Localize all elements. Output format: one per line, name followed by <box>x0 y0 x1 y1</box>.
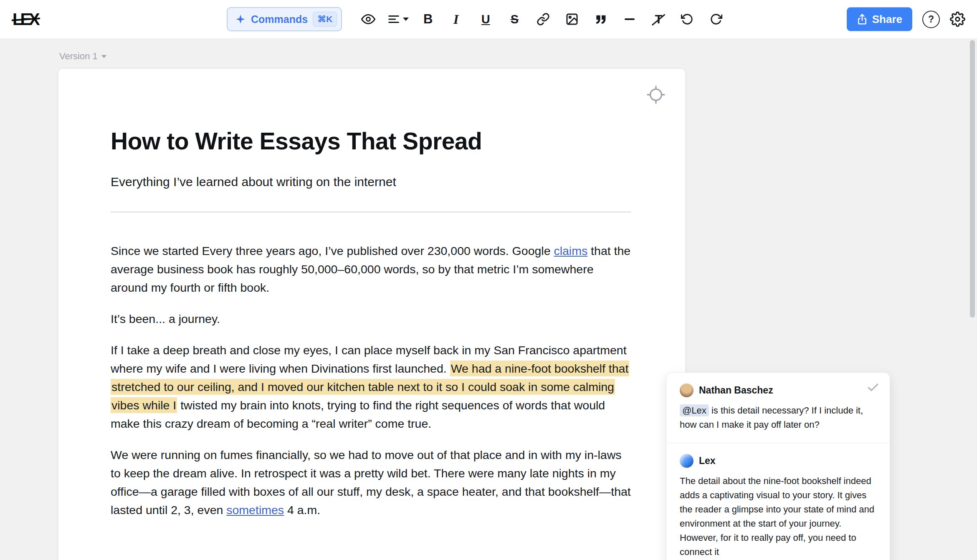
paragraph-3: If I take a deep breath and close my eye… <box>111 341 631 433</box>
clear-formatting-button[interactable]: T <box>649 8 668 30</box>
document-subtitle: Everything I’ve learned about writing on… <box>111 175 631 189</box>
version-selector[interactable]: Version 1 <box>59 51 106 62</box>
paragraph-4: We were running on fumes financially, so… <box>111 446 631 519</box>
text-run: 4 a.m. <box>284 503 320 517</box>
horizontal-rule-button[interactable] <box>620 8 639 30</box>
link-icon <box>537 13 550 26</box>
focus-mode-button[interactable] <box>646 85 666 105</box>
preview-button[interactable] <box>359 8 378 30</box>
link-button[interactable] <box>534 8 553 30</box>
sparkle-icon <box>235 14 246 25</box>
share-icon <box>857 14 868 25</box>
focus-mode-icon <box>646 85 666 104</box>
center-toolbar: Commands ⌘K B I U S <box>227 7 726 31</box>
comment-header: Lex <box>680 454 878 468</box>
commands-label: Commands <box>251 13 308 25</box>
insert-image-button[interactable] <box>562 8 582 30</box>
toolbar: LEX Commands ⌘K B I U S <box>0 0 977 39</box>
comment-author: Lex <box>699 455 716 467</box>
blockquote-button[interactable] <box>591 8 610 30</box>
document-title: How to Write Essays That Spread <box>111 128 631 155</box>
nathan-avatar <box>680 383 694 397</box>
redo-icon <box>710 13 722 25</box>
comment-author: Nathan Baschez <box>699 385 773 396</box>
claims-link[interactable]: claims <box>554 244 587 257</box>
text-run: We were running on fumes financially, so… <box>111 448 631 517</box>
underline-button[interactable]: U <box>476 8 495 30</box>
quote-icon <box>594 13 607 26</box>
document-body: Since we started Every three years ago, … <box>111 242 631 519</box>
resolve-comment-button[interactable] <box>866 381 880 394</box>
chevron-down-icon <box>101 55 106 58</box>
comment-header: Nathan Baschez <box>680 383 878 397</box>
comment-nathan: Nathan Baschez @Lex is this detail neces… <box>666 373 890 443</box>
formatting-toolbar: B I U S <box>359 8 726 30</box>
text-run: twisted my brain into knots, trying to f… <box>111 399 605 430</box>
lex-logo[interactable]: LEX <box>13 10 41 29</box>
eye-icon <box>361 12 375 26</box>
version-label: Version 1 <box>59 51 98 62</box>
document-card[interactable]: How to Write Essays That Spread Everythi… <box>58 68 686 560</box>
check-icon <box>866 381 880 394</box>
paragraph-1: Since we started Every three years ago, … <box>111 242 631 297</box>
redo-button[interactable] <box>706 8 726 30</box>
undo-icon <box>681 13 694 25</box>
share-button[interactable]: Share <box>847 8 912 31</box>
undo-button[interactable] <box>678 8 697 30</box>
horizontal-rule-icon <box>625 18 635 20</box>
chevron-down-icon <box>403 18 409 21</box>
comment-text: @Lex is this detail necessary? If I incl… <box>680 404 878 432</box>
image-icon <box>565 13 579 26</box>
divider <box>111 212 631 212</box>
paragraph-2: It’s been... a journey. <box>111 310 631 328</box>
strikethrough-button[interactable]: S <box>505 8 524 30</box>
bold-button[interactable]: B <box>418 8 438 30</box>
share-label: Share <box>872 13 902 26</box>
italic-button[interactable]: I <box>447 8 466 30</box>
clear-formatting-icon: T <box>651 13 666 26</box>
question-mark-icon: ? <box>928 14 934 25</box>
text-align-button[interactable] <box>387 8 409 30</box>
comment-panel: Nathan Baschez @Lex is this detail neces… <box>666 372 890 560</box>
editor-surface[interactable]: How to Write Essays That Spread Everythi… <box>58 69 685 519</box>
commands-button[interactable]: Commands ⌘K <box>227 7 342 31</box>
comment-lex: Lex The detail about the nine-foot books… <box>666 443 890 560</box>
settings-button[interactable] <box>950 12 965 27</box>
gear-icon <box>950 12 965 27</box>
sometimes-link[interactable]: sometimes <box>226 503 284 517</box>
right-controls: Share ? <box>847 8 965 31</box>
align-left-icon <box>387 13 400 25</box>
lex-avatar <box>680 454 694 468</box>
help-button[interactable]: ? <box>922 10 940 28</box>
lex-mention: @Lex <box>680 404 709 416</box>
scrollbar[interactable] <box>970 40 975 318</box>
text-run: Since we started Every three years ago, … <box>111 244 554 257</box>
commands-shortcut: ⌘K <box>313 12 337 27</box>
comment-text: The detail about the nine-foot bookshelf… <box>680 474 878 559</box>
